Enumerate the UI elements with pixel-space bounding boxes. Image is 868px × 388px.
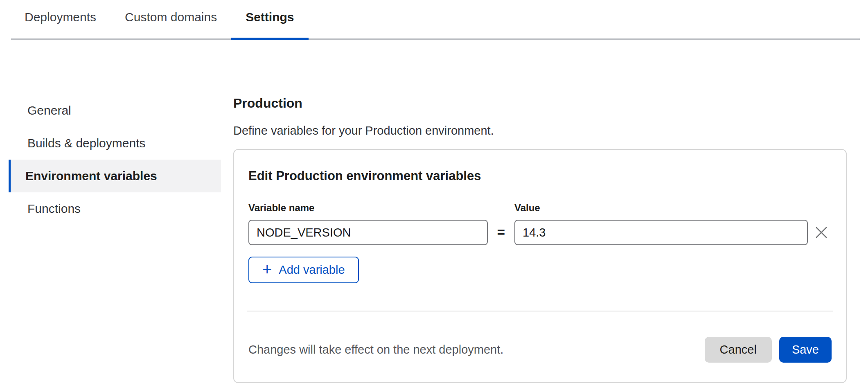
x-icon <box>814 226 828 239</box>
main-content: Production Define variables for your Pro… <box>233 94 847 383</box>
plus-icon: + <box>262 261 272 277</box>
page-title: Production <box>233 96 847 111</box>
tab-custom-domains[interactable]: Custom domains <box>110 0 231 40</box>
tab-settings[interactable]: Settings <box>231 0 308 40</box>
sidebar-item-functions[interactable]: Functions <box>9 192 221 225</box>
add-variable-button[interactable]: + Add variable <box>248 257 359 283</box>
cancel-button[interactable]: Cancel <box>705 337 772 363</box>
sidebar-item-general[interactable]: General <box>9 94 221 127</box>
tab-deployments[interactable]: Deployments <box>10 0 110 40</box>
variable-name-label: Variable name <box>248 202 488 214</box>
sidebar-item-builds-deployments[interactable]: Builds & deployments <box>9 127 221 160</box>
remove-variable-button[interactable] <box>811 220 832 245</box>
variable-value-field: Value <box>514 202 808 245</box>
card-footer: Changes will take effect on the next dep… <box>248 337 832 363</box>
add-variable-label: Add variable <box>279 263 345 277</box>
variable-name-input[interactable] <box>248 220 488 245</box>
settings-sidebar: General Builds & deployments Environment… <box>0 94 221 225</box>
env-variables-card: Edit Production environment variables Va… <box>233 149 847 383</box>
tab-bar: Deployments Custom domains Settings <box>0 0 868 40</box>
value-input[interactable] <box>514 220 808 245</box>
save-button[interactable]: Save <box>779 337 832 363</box>
settings-layout: General Builds & deployments Environment… <box>0 40 868 383</box>
variable-name-field: Variable name <box>248 202 488 245</box>
variable-row: Variable name = Value <box>248 202 832 245</box>
equals-sign: = <box>488 220 514 245</box>
sidebar-item-environment-variables[interactable]: Environment variables <box>9 160 221 192</box>
value-label: Value <box>514 202 808 214</box>
card-title: Edit Production environment variables <box>248 169 832 183</box>
page-description: Define variables for your Production env… <box>233 124 847 138</box>
card-divider <box>247 311 833 311</box>
footer-note: Changes will take effect on the next dep… <box>248 343 503 356</box>
footer-actions: Cancel Save <box>705 337 832 363</box>
